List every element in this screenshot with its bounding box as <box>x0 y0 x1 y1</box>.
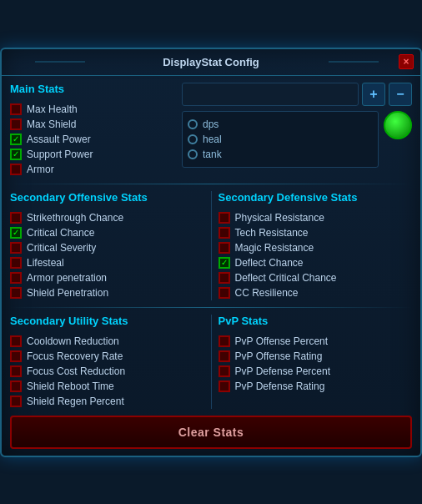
secondary-stats-area: Secondary Offensive Stats Strikethrough … <box>10 191 412 300</box>
stat-item[interactable]: Cooldown Reduction <box>10 334 204 349</box>
preset-area: + − dpshealtank <box>182 83 412 174</box>
defensive-col: Secondary Defensive Stats Physical Resis… <box>211 191 413 300</box>
divider-1 <box>10 184 412 184</box>
stat-label: Shield Reboot Time <box>27 381 114 392</box>
stat-label: Deflect Chance <box>235 257 304 269</box>
stat-label: Strikethrough Chance <box>27 212 123 224</box>
offensive-col: Secondary Offensive Stats Strikethrough … <box>10 191 211 300</box>
content-area: Main Stats Max HealthMax Shield✓Assault … <box>2 76 420 456</box>
stat-item[interactable]: ✓Deflect Chance <box>219 255 413 270</box>
stat-checkbox[interactable] <box>219 365 230 377</box>
stat-item[interactable]: CC Resilience <box>219 285 413 300</box>
stat-label: Focus Recovery Rate <box>27 350 123 362</box>
stat-label: PvP Offense Percent <box>235 335 329 347</box>
stat-label: PvP Defense Rating <box>235 381 325 392</box>
stat-label: Cooldown Reduction <box>27 335 119 347</box>
stat-item[interactable]: Physical Resistance <box>219 210 413 225</box>
preset-list: dpshealtank <box>182 111 379 168</box>
stat-item[interactable]: PvP Defense Percent <box>219 364 413 379</box>
stat-checkbox[interactable]: ✓ <box>219 257 230 269</box>
stat-label: PvP Offense Rating <box>235 350 323 362</box>
stat-checkbox[interactable] <box>219 242 230 254</box>
stat-checkbox[interactable] <box>10 118 22 130</box>
stat-label: Max Shield <box>27 118 76 130</box>
stat-checkbox[interactable] <box>10 164 22 175</box>
stat-checkbox[interactable] <box>10 242 22 254</box>
stat-checkbox[interactable] <box>10 212 22 224</box>
stat-checkbox[interactable] <box>219 272 230 284</box>
stat-item[interactable]: Focus Cost Reduction <box>10 364 204 379</box>
stat-checkbox[interactable]: ✓ <box>10 149 22 160</box>
stat-item[interactable]: Deflect Critical Chance <box>219 270 413 285</box>
stat-checkbox[interactable] <box>10 287 22 299</box>
radio-circle <box>188 119 198 129</box>
stat-item[interactable]: Max Health <box>10 102 177 117</box>
main-stats-title: Main Stats <box>10 83 177 97</box>
preset-label: heal <box>203 134 222 145</box>
preset-item[interactable]: tank <box>188 147 373 162</box>
preset-input[interactable] <box>182 83 359 106</box>
stat-checkbox[interactable] <box>219 212 230 224</box>
stat-checkbox[interactable] <box>10 396 22 407</box>
stat-checkbox[interactable] <box>10 350 22 362</box>
stat-checkbox[interactable] <box>10 381 22 392</box>
stat-checkbox[interactable] <box>10 335 22 347</box>
stat-item[interactable]: ✓Critical Chance <box>10 225 204 240</box>
stat-checkbox[interactable] <box>10 103 22 115</box>
radio-circle <box>188 149 198 159</box>
stat-item[interactable]: PvP Defense Rating <box>219 379 413 394</box>
defensive-list: Physical ResistanceTech ResistanceMagic … <box>219 210 413 300</box>
utility-title: Secondary Utility Stats <box>10 315 204 329</box>
stat-label: Armor penetration <box>27 272 107 284</box>
stat-item[interactable]: Armor <box>10 162 177 177</box>
close-button[interactable]: × <box>399 54 414 69</box>
stat-item[interactable]: Critical Severity <box>10 240 204 255</box>
stat-item[interactable]: Lifesteal <box>10 255 204 270</box>
clear-stats-button[interactable]: Clear Stats <box>10 416 412 449</box>
stat-item[interactable]: Shield Penetration <box>10 285 204 300</box>
stat-label: Deflect Critical Chance <box>235 272 337 284</box>
preset-item[interactable]: heal <box>188 132 373 147</box>
stat-checkbox[interactable]: ✓ <box>10 134 22 145</box>
stat-label: Physical Resistance <box>235 212 324 224</box>
stat-item[interactable]: PvP Offense Rating <box>219 349 413 364</box>
stat-checkbox[interactable] <box>10 272 22 284</box>
preset-item[interactable]: dps <box>188 117 373 132</box>
stat-label: Assault Power <box>27 134 91 145</box>
add-preset-button[interactable]: + <box>362 83 385 106</box>
stat-checkbox[interactable]: ✓ <box>10 227 22 239</box>
stat-item[interactable]: Max Shield <box>10 117 177 132</box>
stat-label: Max Health <box>27 103 78 115</box>
stat-item[interactable]: Strikethrough Chance <box>10 210 204 225</box>
stat-label: Magic Resistance <box>235 242 314 254</box>
stat-label: Critical Chance <box>27 227 94 239</box>
stat-label: Lifesteal <box>27 257 64 269</box>
stat-item[interactable]: Shield Regen Percent <box>10 394 204 409</box>
stat-item[interactable]: Armor penetration <box>10 270 204 285</box>
stat-checkbox[interactable] <box>219 350 230 362</box>
offensive-list: Strikethrough Chance✓Critical ChanceCrit… <box>10 210 204 300</box>
stat-label: Tech Resistance <box>235 227 309 239</box>
stat-checkbox[interactable] <box>219 381 230 392</box>
stat-checkbox[interactable] <box>10 365 22 377</box>
remove-preset-button[interactable]: − <box>389 83 412 106</box>
top-row: Main Stats Max HealthMax Shield✓Assault … <box>10 83 412 177</box>
pvp-list: PvP Offense PercentPvP Offense RatingPvP… <box>219 334 413 394</box>
stat-label: Critical Severity <box>27 242 96 254</box>
stat-label: Shield Penetration <box>27 287 108 299</box>
stat-checkbox[interactable] <box>219 287 230 299</box>
stat-item[interactable]: Tech Resistance <box>219 225 413 240</box>
main-stats-list: Max HealthMax Shield✓Assault Power✓Suppo… <box>10 102 177 177</box>
utility-list: Cooldown ReductionFocus Recovery RateFoc… <box>10 334 204 409</box>
stat-item[interactable]: Shield Reboot Time <box>10 379 204 394</box>
stat-item[interactable]: Magic Resistance <box>219 240 413 255</box>
stat-item[interactable]: Focus Recovery Rate <box>10 349 204 364</box>
divider-2 <box>10 307 412 308</box>
stat-checkbox[interactable] <box>10 257 22 269</box>
stat-checkbox[interactable] <box>219 335 230 347</box>
confirm-button[interactable] <box>384 111 412 139</box>
stat-checkbox[interactable] <box>219 227 230 239</box>
stat-item[interactable]: ✓Assault Power <box>10 132 177 147</box>
stat-item[interactable]: PvP Offense Percent <box>219 334 413 349</box>
stat-item[interactable]: ✓Support Power <box>10 147 177 162</box>
